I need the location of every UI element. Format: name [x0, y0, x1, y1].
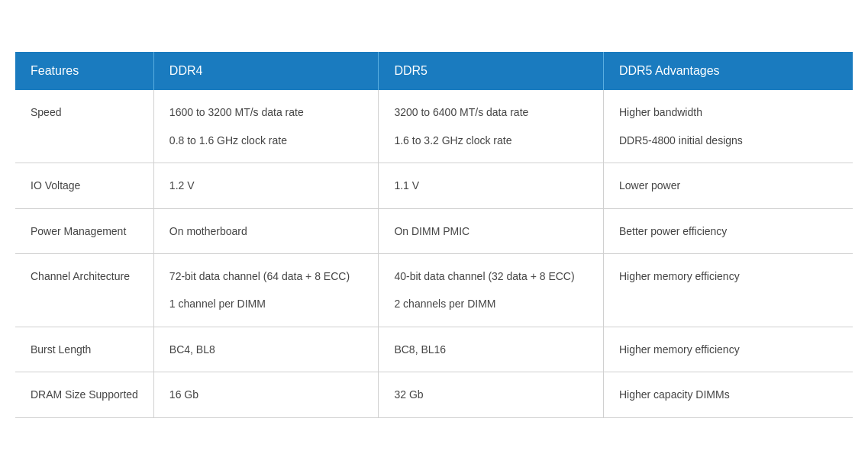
cell-ddr5: 32 Gb — [379, 372, 604, 417]
cell-ddr4: BC4, BL8 — [153, 327, 379, 372]
comparison-table-wrapper: Features DDR4 DDR5 DDR5 Advantages Speed… — [15, 52, 853, 417]
table-body: Speed1600 to 3200 MT/s data rate0.8 to 1… — [15, 90, 853, 417]
cell-ddr5: BC8, BL16 — [379, 327, 604, 372]
table-row: Channel Architecture72-bit data channel … — [15, 254, 853, 327]
cell-feature: Channel Architecture — [15, 254, 153, 327]
cell-advantage: Higher capacity DIMMs — [603, 372, 853, 417]
cell-ddr4: 1600 to 3200 MT/s data rate0.8 to 1.6 GH… — [153, 90, 379, 163]
cell-ddr4: 16 Gb — [153, 372, 379, 417]
table-row: DRAM Size Supported16 Gb32 GbHigher capa… — [15, 372, 853, 417]
cell-advantage: Higher memory efficiency — [603, 327, 853, 372]
cell-ddr4: On motherboard — [153, 208, 379, 253]
cell-ddr5: On DIMM PMIC — [379, 208, 604, 253]
cell-feature: Burst Length — [15, 327, 153, 372]
cell-advantage: Lower power — [603, 163, 853, 208]
cell-feature: Speed — [15, 90, 153, 163]
cell-ddr5: 40-bit data channel (32 data + 8 ECC)2 c… — [379, 254, 604, 327]
cell-ddr5: 1.1 V — [379, 163, 604, 208]
cell-feature: Power Management — [15, 208, 153, 253]
cell-advantage: Higher bandwidthDDR5-4800 initial design… — [603, 90, 853, 163]
table-row: Power ManagementOn motherboardOn DIMM PM… — [15, 208, 853, 253]
table-row: Speed1600 to 3200 MT/s data rate0.8 to 1… — [15, 90, 853, 163]
header-advantages: DDR5 Advantages — [603, 52, 853, 90]
cell-feature: DRAM Size Supported — [15, 372, 153, 417]
header-ddr4: DDR4 — [153, 52, 379, 90]
cell-advantage: Better power efficiency — [603, 208, 853, 253]
table-header-row: Features DDR4 DDR5 DDR5 Advantages — [15, 52, 853, 90]
cell-advantage: Higher memory efficiency — [603, 254, 853, 327]
comparison-table: Features DDR4 DDR5 DDR5 Advantages Speed… — [15, 52, 853, 417]
cell-ddr4: 72-bit data channel (64 data + 8 ECC)1 c… — [153, 254, 379, 327]
table-row: IO Voltage1.2 V1.1 VLower power — [15, 163, 853, 208]
header-ddr5: DDR5 — [379, 52, 604, 90]
cell-feature: IO Voltage — [15, 163, 153, 208]
header-features: Features — [15, 52, 153, 90]
cell-ddr5: 3200 to 6400 MT/s data rate1.6 to 3.2 GH… — [379, 90, 604, 163]
cell-ddr4: 1.2 V — [153, 163, 379, 208]
table-row: Burst LengthBC4, BL8BC8, BL16Higher memo… — [15, 327, 853, 372]
